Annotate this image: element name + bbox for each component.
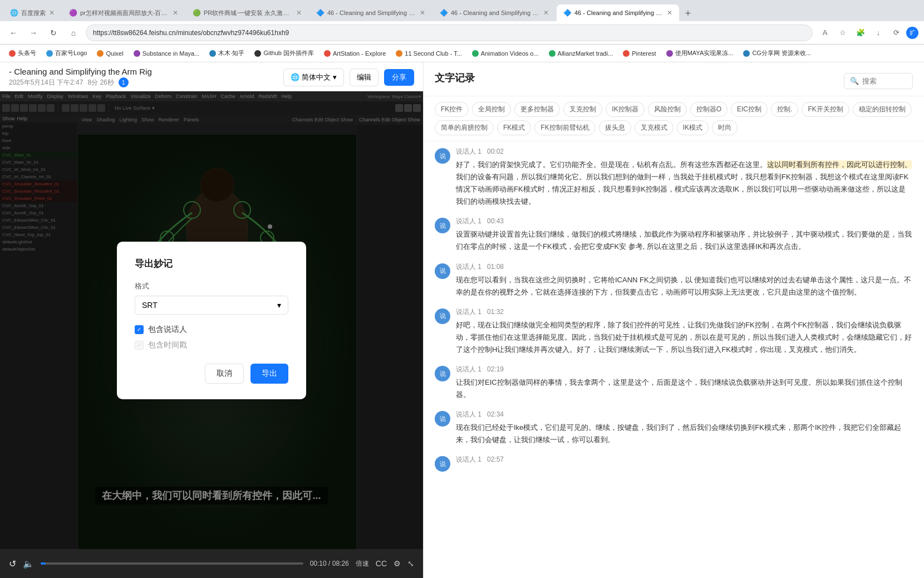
format-select[interactable]: SRT ▾: [135, 296, 288, 315]
search-icon: 🔍: [850, 77, 859, 85]
translate-icon[interactable]: A: [817, 25, 833, 41]
bookmark-icon[interactable]: ☆: [835, 25, 851, 41]
header-actions: 🌐 简体中文 ▾ 编辑 分享: [283, 68, 414, 86]
download-icon[interactable]: ↓: [871, 25, 886, 41]
tab-favicon-pr: 🟣: [69, 9, 77, 17]
bookmark-cg[interactable]: CG分享网 资源来收...: [739, 47, 815, 59]
bookmark-quixel[interactable]: Quixel: [92, 48, 127, 58]
tag-fork[interactable]: 叉克控制: [563, 102, 602, 117]
tag-shoulder[interactable]: 简单的肩膀控制: [435, 120, 494, 135]
tag-ctrl-dot[interactable]: 控制.: [771, 102, 798, 117]
tab-close-feishu3[interactable]: ✕: [667, 9, 672, 17]
home-button[interactable]: ⌂: [66, 25, 81, 41]
entry-meta-5: 说话人 1 02:19: [456, 365, 913, 374]
speaker-avatar-1: 说: [435, 148, 450, 164]
tag-fk-switch[interactable]: FK开关控制: [802, 102, 849, 117]
settings-icon[interactable]: ⚙: [394, 559, 401, 568]
tab-title-pr: pr怎样对视频画面局部放大-百度...: [80, 9, 169, 17]
tag-risk[interactable]: 风险控制: [648, 102, 687, 117]
tag-head-rest[interactable]: 拔头息: [599, 120, 631, 135]
tab-baidu[interactable]: 🌐 百度搜索 ✕: [3, 4, 61, 21]
tag-fork-mode[interactable]: 叉克模式: [635, 120, 674, 135]
fullscreen-icon[interactable]: ⤡: [407, 559, 414, 568]
bookmark-favicon-animation: [472, 50, 479, 57]
tab-close-feishu2[interactable]: ✕: [543, 9, 549, 17]
tab-feishu3-active[interactable]: 🔷 46 - Cleaning and Simplifying th... ✕: [557, 4, 679, 21]
search-input[interactable]: [862, 77, 907, 85]
tag-ctrl-o[interactable]: 控制器O: [690, 102, 728, 117]
entry-content-3: 说话人 1 01:08 现在您可以看到，当我在这些之间切换时，它将给ICANN …: [456, 262, 913, 298]
refresh-icon[interactable]: ⟳: [888, 25, 904, 41]
globe-icon: 🌐: [291, 73, 299, 81]
bookmark-toutiao[interactable]: 头条号: [4, 47, 41, 59]
edit-button[interactable]: 编辑: [350, 68, 379, 86]
cancel-button[interactable]: 取消: [205, 364, 244, 384]
transcript-entry-5: 说 说话人 1 02:19 让我们对EIC控制器做同样的事情，我去拿两个，这里是…: [435, 365, 913, 401]
bookmark-label-mumu: 木木·知乎: [218, 49, 244, 57]
tag-ik-mode[interactable]: IK模式: [677, 120, 709, 135]
bookmark-baijia[interactable]: 百家号Logo: [42, 47, 91, 59]
format-value: SRT: [142, 301, 158, 310]
replay-button[interactable]: ↺: [9, 559, 16, 569]
transcript-entry-3: 说 说话人 1 01:08 现在您可以看到，当我在这些之间切换时，它将给ICAN…: [435, 262, 913, 298]
tag-fk[interactable]: FK控件: [435, 102, 469, 117]
entry-text-1: 好了，我们的背架快完成了。它们功能齐全。但是现在，钻机有点乱。所有这些东西都还在…: [456, 159, 913, 208]
lang-chevron-icon: ▾: [333, 73, 337, 81]
include-speaker-checkbox[interactable]: ✓: [135, 325, 144, 334]
include-speaker-row[interactable]: ✓ 包含说话人: [135, 325, 288, 335]
volume-button[interactable]: 🔈: [23, 559, 34, 569]
tab-feishu1[interactable]: 🔷 46 - Cleaning and Simplifying th... ✕: [309, 4, 432, 21]
tab-close-software[interactable]: ✕: [296, 9, 302, 17]
tag-stable[interactable]: 稳定的扭转控制: [853, 102, 912, 117]
tag-ik[interactable]: IK控制器: [606, 102, 644, 117]
tab-software[interactable]: 🟢 PR软件商城·一键安装 永久激活... ✕: [186, 4, 308, 21]
entry-content-2: 说话人 1 00:43 设置驱动键并设置首先让我们继续，做我们的模式将继续，加载…: [456, 217, 913, 253]
profile-icon[interactable]: 扩: [906, 27, 918, 39]
bookmark-mumu[interactable]: 木木·知乎: [205, 47, 249, 59]
tab-close-pr[interactable]: ✕: [173, 9, 178, 17]
progress-bar[interactable]: [41, 562, 303, 565]
bookmark-maya[interactable]: 使用MAYA实现果冻...: [662, 47, 738, 59]
tab-title-feishu3: 46 - Cleaning and Simplifying th...: [574, 9, 663, 16]
bookmark-substance[interactable]: Substance in Maya...: [129, 48, 204, 58]
captions-icon[interactable]: CC: [376, 559, 387, 568]
export-button[interactable]: 导出: [250, 364, 288, 384]
entry-text-2: 设置驱动键并设置首先让我们继续，做我们的模式将继续，加载此作为驱动程序和被驱动序…: [456, 228, 913, 253]
lang-button[interactable]: 🌐 简体中文 ▾: [283, 68, 344, 86]
share-button[interactable]: 分享: [384, 69, 414, 86]
back-button[interactable]: ←: [6, 25, 21, 41]
bookmark-pinterest[interactable]: Pinterest: [618, 48, 660, 58]
entry-text-3: 现在您可以看到，当我在这些之间切换时，它将给ICANN FK之间切换，以 便知道…: [456, 274, 913, 298]
transcript-body: 说 说话人 1 00:02 好了，我们的背架快完成了。它们功能齐全。但是现在，钻…: [424, 141, 924, 578]
tag-fk-mode[interactable]: FK模式: [497, 120, 531, 135]
url-input[interactable]: https://tt8sw86264.feishu.cn/minutes/obc…: [86, 25, 813, 41]
new-tab-button[interactable]: +: [680, 6, 696, 21]
bookmark-11second[interactable]: 11 Second Club - T...: [391, 48, 466, 58]
tag-eic[interactable]: EIC控制: [731, 102, 768, 117]
bookmark-allianz[interactable]: AllianzMarket tradi...: [544, 48, 618, 58]
tag-global[interactable]: 全局控制: [472, 102, 511, 117]
transcript-search[interactable]: 🔍: [844, 73, 913, 89]
export-dialog: 导出妙记 格式 SRT ▾ ✓ 包含说话人 ✓ 包含时间戳: [117, 242, 306, 399]
tab-close-baidu[interactable]: ✕: [49, 9, 55, 17]
tag-more[interactable]: 更多控制器: [514, 102, 560, 117]
extension-icon[interactable]: 🧩: [853, 25, 868, 41]
tab-title-feishu1: 46 - Cleaning and Simplifying th...: [327, 9, 416, 16]
progress-fill: [41, 562, 46, 565]
page-header: - Cleaning and Simplifying the Arm Rig 2…: [0, 62, 423, 91]
forward-button[interactable]: →: [26, 25, 41, 41]
bookmark-github[interactable]: Github 国外插件库: [250, 47, 318, 59]
bookmark-label-cg: CG分享网 资源来收...: [752, 49, 811, 57]
tab-feishu2[interactable]: 🔷 46 - Cleaning and Simplifying th... ✕: [433, 4, 556, 21]
bookmark-favicon-11second: [396, 50, 402, 57]
speed-button[interactable]: 倍速: [356, 559, 369, 569]
bookmark-animation[interactable]: Animation Videos o...: [468, 48, 543, 58]
tab-pr[interactable]: 🟣 pr怎样对视频画面局部放大-百度... ✕: [62, 4, 185, 21]
bookmark-favicon-substance: [134, 50, 140, 57]
tag-fashion[interactable]: 时尚: [712, 120, 738, 135]
reload-button[interactable]: ↻: [46, 25, 61, 41]
bookmark-label-substance: Substance in Maya...: [142, 50, 200, 57]
bookmark-artstation[interactable]: ArtStation - Explore: [320, 48, 390, 58]
tag-fk-forearm[interactable]: FK控制前臂钻机: [534, 120, 595, 135]
tab-close-feishu1[interactable]: ✕: [420, 9, 425, 17]
